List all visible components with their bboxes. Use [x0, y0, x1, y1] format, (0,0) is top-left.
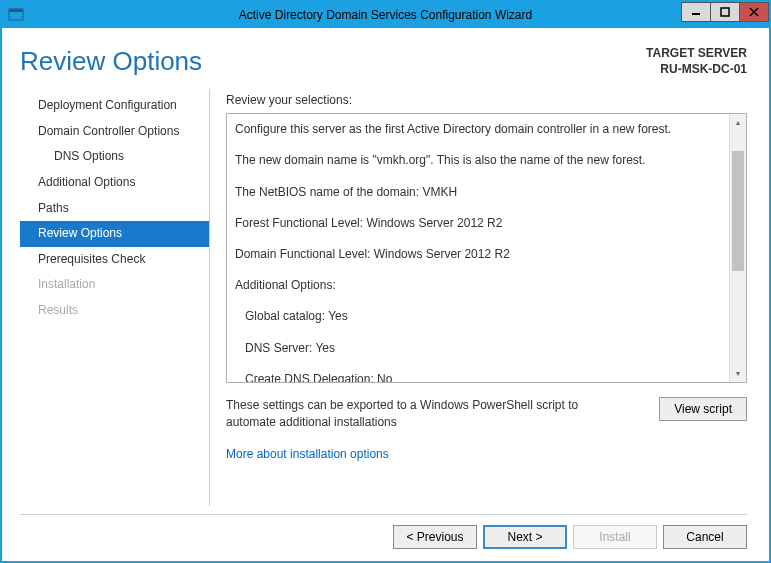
nav-item-prerequisites-check[interactable]: Prerequisites Check: [20, 247, 209, 273]
review-line: The NetBIOS name of the domain: VMKH: [235, 183, 721, 202]
nav-item-additional-options[interactable]: Additional Options: [20, 170, 209, 196]
body-row: Deployment ConfigurationDomain Controlle…: [20, 89, 747, 506]
scrollbar[interactable]: ▴ ▾: [729, 114, 746, 382]
minimize-button[interactable]: [681, 2, 711, 22]
review-line: The new domain name is "vmkh.org". This …: [235, 151, 721, 170]
window-controls: [682, 2, 769, 22]
target-server-value: RU-MSK-DC-01: [646, 62, 747, 78]
review-line: DNS Server: Yes: [235, 339, 721, 358]
review-label: Review your selections:: [226, 93, 747, 107]
review-line: Additional Options:: [235, 276, 721, 295]
main-panel: Review your selections: Configure this s…: [210, 89, 747, 506]
window-frame: Active Directory Domain Services Configu…: [0, 0, 771, 563]
previous-button[interactable]: < Previous: [393, 525, 477, 549]
page-title: Review Options: [20, 46, 202, 77]
view-script-button[interactable]: View script: [659, 397, 747, 421]
svg-rect-1: [9, 9, 23, 12]
review-text[interactable]: Configure this server as the first Activ…: [227, 114, 729, 382]
export-row: These settings can be exported to a Wind…: [226, 397, 747, 431]
target-server-block: TARGET SERVER RU-MSK-DC-01: [646, 46, 747, 77]
review-line: Forest Functional Level: Windows Server …: [235, 214, 721, 233]
header-row: Review Options TARGET SERVER RU-MSK-DC-0…: [20, 46, 747, 77]
review-line: Create DNS Delegation: No: [235, 370, 721, 383]
cancel-button[interactable]: Cancel: [663, 525, 747, 549]
window-title: Active Directory Domain Services Configu…: [2, 8, 769, 22]
nav-item-review-options[interactable]: Review Options: [20, 221, 209, 247]
review-line: Global catalog: Yes: [235, 307, 721, 326]
install-button: Install: [573, 525, 657, 549]
target-server-label: TARGET SERVER: [646, 46, 747, 62]
maximize-button[interactable]: [710, 2, 740, 22]
nav-item-paths[interactable]: Paths: [20, 196, 209, 222]
titlebar[interactable]: Active Directory Domain Services Configu…: [2, 2, 769, 28]
nav-item-installation: Installation: [20, 272, 209, 298]
scroll-thumb[interactable]: [732, 151, 744, 271]
scroll-up-icon[interactable]: ▴: [730, 114, 746, 131]
wizard-nav: Deployment ConfigurationDomain Controlle…: [20, 89, 210, 506]
scroll-down-icon[interactable]: ▾: [730, 365, 746, 382]
nav-item-dns-options[interactable]: DNS Options: [20, 144, 209, 170]
export-text: These settings can be exported to a Wind…: [226, 397, 616, 431]
nav-item-domain-controller-options[interactable]: Domain Controller Options: [20, 119, 209, 145]
review-box: Configure this server as the first Activ…: [226, 113, 747, 383]
nav-item-deployment-configuration[interactable]: Deployment Configuration: [20, 93, 209, 119]
next-button[interactable]: Next >: [483, 525, 567, 549]
nav-item-results: Results: [20, 298, 209, 324]
review-line: Configure this server as the first Activ…: [235, 120, 721, 139]
scroll-track[interactable]: [730, 131, 746, 365]
app-icon: [8, 7, 24, 23]
footer: < Previous Next > Install Cancel: [20, 514, 747, 549]
svg-rect-3: [721, 8, 729, 16]
close-button[interactable]: [739, 2, 769, 22]
client-area: Review Options TARGET SERVER RU-MSK-DC-0…: [2, 28, 769, 561]
review-line: Domain Functional Level: Windows Server …: [235, 245, 721, 264]
more-about-link[interactable]: More about installation options: [226, 447, 747, 461]
